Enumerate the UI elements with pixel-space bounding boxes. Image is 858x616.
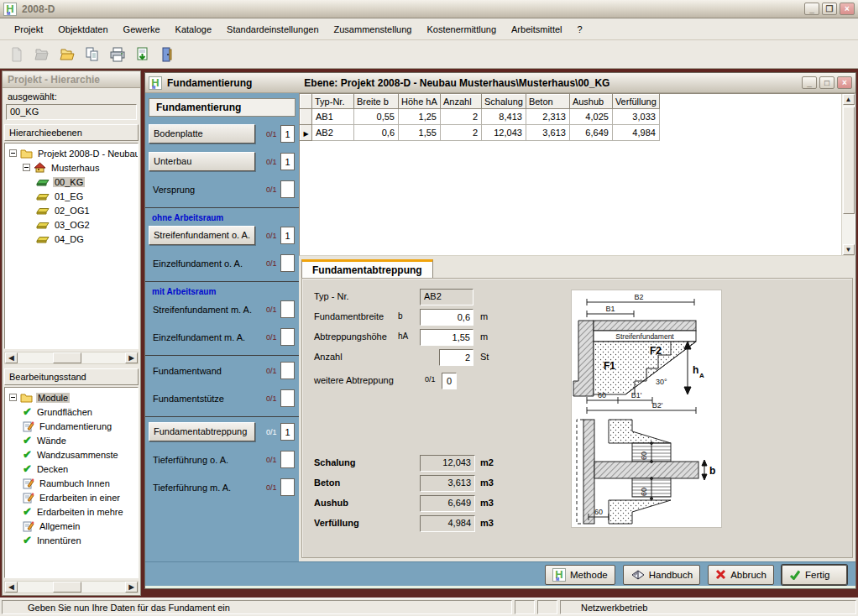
grid-header-schalung[interactable]: Schalung bbox=[482, 95, 526, 109]
nav-item-button[interactable]: Streifenfundament m. A. bbox=[149, 305, 255, 315]
scroll-down-button[interactable]: ▼ bbox=[843, 244, 855, 255]
menu-item-projekt[interactable]: Projekt bbox=[7, 22, 50, 37]
open-project-icon[interactable] bbox=[30, 43, 53, 65]
nav-item-button[interactable]: Tieferführung m. A. bbox=[149, 483, 255, 493]
nav-item-button[interactable]: Einzelfundament m. A. bbox=[149, 332, 255, 342]
field-input[interactable] bbox=[420, 309, 473, 326]
nav-item-button[interactable]: Einzelfundament o. A. bbox=[149, 258, 255, 269]
menu-item-gewerke[interactable]: Gewerke bbox=[116, 22, 168, 37]
fundamentierung-titlebar[interactable]: HM Fundamentierung Ebene: Projekt 2008-D… bbox=[145, 73, 855, 93]
progress-panel-title[interactable]: Bearbeitungsstand bbox=[4, 368, 139, 385]
hierarchy-levels-header[interactable]: Hierarchieebenen bbox=[4, 124, 139, 141]
grid-cell[interactable]: 1,55 bbox=[399, 125, 441, 141]
grid-cell[interactable]: 0,6 bbox=[354, 125, 399, 141]
nav-item-count-input[interactable] bbox=[280, 125, 295, 143]
field-input[interactable] bbox=[442, 373, 457, 389]
tree-expander-icon[interactable] bbox=[9, 394, 17, 401]
module-minimize-button[interactable]: _ bbox=[802, 76, 817, 89]
nav-item-button[interactable]: Tieferführung o. A. bbox=[149, 455, 255, 465]
scroll-right-button[interactable]: ▶ bbox=[125, 582, 138, 593]
nav-item-count-input[interactable] bbox=[280, 362, 295, 379]
grid-cell[interactable]: 4,984 bbox=[612, 125, 659, 141]
exit-icon[interactable] bbox=[156, 43, 179, 65]
row-marker[interactable]: ▶ bbox=[301, 125, 312, 141]
titlebar[interactable]: HM 2008-D _ ❐ × bbox=[0, 0, 858, 18]
handbuch-button[interactable]: Handbuch bbox=[623, 565, 700, 585]
grid-header-beton[interactable]: Beton bbox=[526, 95, 569, 109]
hierarchy-hscrollbar[interactable]: ◀ ▶ bbox=[4, 352, 139, 364]
nav-item-button[interactable]: Versprung bbox=[149, 185, 255, 195]
grid-header-breite-b[interactable]: Breite b bbox=[354, 95, 399, 109]
menu-item-arbeitsmittel[interactable]: Arbeitsmittel bbox=[504, 22, 570, 37]
open-folder-icon[interactable] bbox=[55, 43, 78, 65]
progress-hscrollbar[interactable]: ◀ ▶ bbox=[4, 581, 139, 593]
grid-cell[interactable]: AB2 bbox=[312, 125, 354, 141]
nav-item-count-input[interactable] bbox=[280, 423, 295, 441]
nav-item-count-input[interactable] bbox=[280, 328, 295, 346]
nav-item-count-input[interactable] bbox=[280, 180, 295, 198]
nav-item-button[interactable]: Fundamentwand bbox=[149, 366, 255, 376]
nav-item-button[interactable]: Bodenplatte bbox=[149, 124, 255, 144]
grid-header-höhe-ha[interactable]: Höhe hA bbox=[399, 95, 441, 109]
nav-item-count-input[interactable] bbox=[280, 300, 295, 318]
scroll-up-button[interactable]: ▲ bbox=[843, 94, 855, 105]
nav-item-button[interactable]: Unterbau bbox=[149, 152, 255, 171]
progress-item-grundflächen[interactable]: ✔Grundflächen bbox=[8, 405, 138, 419]
hierarchy-item-00-kg[interactable]: 00_KG bbox=[8, 175, 138, 189]
hierarchy-item-01-eg[interactable]: 01_EG bbox=[8, 189, 138, 203]
grid-header-typ-nr[interactable]: Typ-Nr. bbox=[312, 95, 354, 109]
progress-item-wandzusammenste[interactable]: ✔Wandzusammenste bbox=[8, 447, 138, 462]
grid-cell[interactable]: 4,025 bbox=[569, 109, 612, 125]
menu-item-objektdaten[interactable]: Objektdaten bbox=[50, 22, 115, 37]
scroll-thumb[interactable] bbox=[53, 352, 81, 363]
grid-cell[interactable]: 2 bbox=[441, 109, 482, 125]
module-close-button[interactable]: × bbox=[837, 76, 852, 89]
print-icon[interactable] bbox=[106, 43, 128, 65]
progress-item-allgemein[interactable]: Allgemein bbox=[8, 519, 138, 533]
grid-cell[interactable]: 2,313 bbox=[526, 109, 569, 125]
progress-item-erdarbeiten-in-einer[interactable]: Erdarbeiten in einer bbox=[8, 490, 138, 504]
progress-item-fundamentierung[interactable]: Fundamentierung bbox=[8, 419, 138, 433]
nav-item-count-input[interactable] bbox=[280, 389, 295, 407]
tree-expander-icon[interactable] bbox=[23, 164, 30, 171]
menu-item-standardeinstellungen[interactable]: Standardeinstellungen bbox=[219, 22, 326, 37]
grid-header-anzahl[interactable]: Anzahl bbox=[441, 95, 482, 109]
export-document-icon[interactable] bbox=[131, 43, 154, 65]
progress-item-innentüren[interactable]: ✔Innentüren bbox=[8, 533, 138, 547]
scroll-left-button[interactable]: ◀ bbox=[5, 582, 18, 593]
grid-cell[interactable]: 12,043 bbox=[482, 125, 526, 141]
hierarchy-item-02-og1[interactable]: 02_OG1 bbox=[8, 203, 138, 217]
module-maximize-button[interactable]: □ bbox=[819, 76, 834, 89]
progress-item-raumbuch-innen[interactable]: Raumbuch Innen bbox=[8, 476, 138, 490]
grid-cell[interactable]: 3,033 bbox=[612, 109, 659, 125]
menu-item-zusammenstellung[interactable]: Zusammenstellung bbox=[327, 22, 420, 37]
menu-item-help[interactable]: ? bbox=[570, 22, 590, 37]
nav-item-button[interactable]: Fundamentstütze bbox=[149, 394, 255, 404]
abbruch-button[interactable]: Abbruch bbox=[708, 565, 774, 585]
nav-item-button[interactable]: Fundamentabtreppung bbox=[149, 422, 255, 441]
scroll-right-button[interactable]: ▶ bbox=[125, 352, 138, 363]
grid-cell[interactable]: 3,613 bbox=[526, 125, 569, 141]
close-button[interactable]: × bbox=[840, 3, 855, 15]
grid-header-verfüllung[interactable]: Verfüllung bbox=[612, 95, 659, 109]
grid-cell[interactable]: 2 bbox=[441, 125, 482, 141]
copy-icon[interactable] bbox=[81, 43, 103, 65]
tree-expander-icon[interactable] bbox=[9, 149, 17, 157]
hierarchy-item-musterhaus[interactable]: Musterhaus bbox=[8, 160, 138, 175]
nav-item-button[interactable]: Streifenfundament o. A. bbox=[149, 226, 255, 245]
menu-item-kataloge[interactable]: Kataloge bbox=[168, 22, 219, 37]
scroll-thumb[interactable] bbox=[53, 582, 81, 593]
scroll-thumb[interactable] bbox=[843, 107, 855, 214]
grid-cell[interactable]: 1,25 bbox=[399, 109, 441, 125]
grid-cell[interactable]: 0,55 bbox=[354, 109, 399, 125]
nav-item-count-input[interactable] bbox=[280, 227, 295, 244]
progress-item-wände[interactable]: ✔Wände bbox=[8, 433, 138, 447]
progress-item-decken[interactable]: ✔Decken bbox=[8, 462, 138, 476]
nav-item-count-input[interactable] bbox=[280, 254, 295, 272]
fertig-button[interactable]: Fertig bbox=[782, 565, 847, 585]
minimize-button[interactable]: _ bbox=[804, 3, 819, 15]
restore-button[interactable]: ❐ bbox=[822, 3, 837, 15]
hierarchy-item-03-og2[interactable]: 03_OG2 bbox=[8, 217, 138, 232]
grid-cell[interactable]: AB1 bbox=[312, 109, 354, 125]
field-input[interactable] bbox=[439, 349, 473, 366]
